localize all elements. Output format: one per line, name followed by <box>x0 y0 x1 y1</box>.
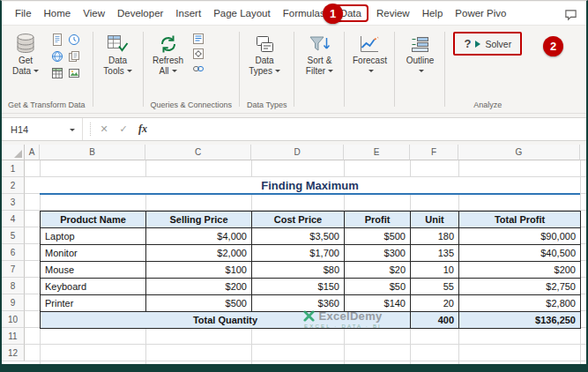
row-header[interactable]: 9 <box>2 294 25 311</box>
formula-bar-handle[interactable] <box>83 123 91 136</box>
refresh-all-button[interactable]: Refresh All <box>146 30 190 78</box>
table-cell[interactable]: $50 <box>345 279 411 295</box>
recent-sources-button[interactable] <box>66 32 82 48</box>
tab-help[interactable]: Help <box>416 4 450 23</box>
table-cell[interactable]: $150 <box>252 279 345 295</box>
table-cell[interactable]: $90,000 <box>459 228 581 245</box>
outline-icon <box>410 32 430 56</box>
name-box[interactable]: H14 <box>2 118 83 140</box>
row-header[interactable]: 3 <box>2 194 25 211</box>
table-cell[interactable]: $3,500 <box>252 228 345 245</box>
data-types-button[interactable]: Data Types <box>242 30 287 78</box>
table-cell[interactable]: 135 <box>411 245 459 262</box>
table-cell[interactable]: $360 <box>252 295 345 312</box>
column-header-b[interactable]: B <box>40 145 145 160</box>
table-header-cell[interactable]: Total Profit <box>459 212 581 228</box>
row-header[interactable]: 2 <box>2 177 25 194</box>
tab-home[interactable]: Home <box>38 4 78 23</box>
enter-icon[interactable]: ✓ <box>114 123 133 135</box>
comment-icon[interactable] <box>562 6 586 21</box>
table-cell[interactable]: 55 <box>411 279 459 295</box>
tab-review[interactable]: Review <box>370 4 416 23</box>
row-header[interactable]: 8 <box>2 278 25 294</box>
table-cell[interactable]: $500 <box>146 295 252 312</box>
table-cell[interactable]: 10 <box>411 262 459 279</box>
from-text-csv-button[interactable] <box>49 32 65 48</box>
row-header[interactable]: 7 <box>2 261 25 278</box>
cancel-icon[interactable]: ✕ <box>94 123 114 135</box>
table-header-cell[interactable]: Unit <box>411 212 459 228</box>
table-cell[interactable]: $200 <box>146 279 252 295</box>
row-header[interactable]: 11 <box>2 328 25 345</box>
outline-button[interactable]: Outline <box>398 30 442 78</box>
table-header-cell[interactable]: Cost Price <box>252 212 345 228</box>
table-cell[interactable]: Printer <box>41 295 146 312</box>
from-table-range-button[interactable] <box>49 65 65 81</box>
tab-page-layout[interactable]: Page Layout <box>207 4 277 23</box>
table-cell[interactable]: $2,800 <box>459 295 581 312</box>
table-cell[interactable]: Keyboard <box>41 279 146 295</box>
table-header-cell[interactable]: Product Name <box>41 212 146 228</box>
tab-power-pivot[interactable]: Power Pivo <box>449 4 512 23</box>
table-cell[interactable]: 20 <box>411 295 459 312</box>
solver-button[interactable]: ? Solver <box>453 32 522 56</box>
table-cell[interactable]: $2,000 <box>146 245 252 262</box>
sort-filter-button[interactable]: Sort & Filter <box>297 30 341 78</box>
edit-links-button[interactable] <box>192 63 205 75</box>
name-box-dropdown-icon[interactable] <box>70 129 75 131</box>
grid-area[interactable]: Finding Maximum Product Name Selling Pri… <box>25 160 586 364</box>
table-cell[interactable]: $140 <box>345 295 411 312</box>
table-cell[interactable]: $300 <box>345 245 411 262</box>
tab-insert[interactable]: Insert <box>169 4 207 23</box>
table-cell[interactable]: $80 <box>252 262 345 279</box>
from-web-button[interactable] <box>49 48 65 64</box>
table-header-cell[interactable]: Profit <box>345 212 411 228</box>
existing-connections-button[interactable] <box>66 48 82 64</box>
column-header-f[interactable]: F <box>410 145 458 160</box>
table-cell[interactable]: 180 <box>411 228 459 245</box>
tab-developer[interactable]: Developer <box>111 4 169 23</box>
get-data-button[interactable]: Get Data <box>4 30 48 78</box>
select-all-corner[interactable] <box>2 145 25 160</box>
table-cell[interactable]: $20 <box>345 262 411 279</box>
row-header[interactable]: 1 <box>2 160 25 177</box>
insert-function-icon[interactable]: fx <box>133 123 153 136</box>
sheet-title[interactable]: Finding Maximum <box>40 177 580 195</box>
table-header-cell[interactable]: Selling Price <box>146 212 252 228</box>
tab-file[interactable]: File <box>9 4 38 23</box>
row-header[interactable]: 12 <box>2 345 25 361</box>
column-header-a[interactable]: A <box>25 145 40 160</box>
table-cell[interactable]: Monitor <box>41 245 146 262</box>
table-cell[interactable]: $200 <box>459 262 581 279</box>
total-quantity-label-cell[interactable]: Total Quantity <box>41 312 411 329</box>
group-divider <box>344 32 345 107</box>
tab-view[interactable]: View <box>77 4 111 23</box>
table-cell[interactable]: Laptop <box>41 228 146 245</box>
table-cell[interactable]: $1,700 <box>252 245 345 262</box>
table-cell[interactable]: Mouse <box>41 262 146 279</box>
row-header[interactable]: 10 <box>2 311 25 328</box>
table-cell[interactable]: $2,750 <box>459 279 581 295</box>
total-profit-cell[interactable]: $136,250 <box>459 312 581 329</box>
column-header-c[interactable]: C <box>145 145 251 160</box>
table-row: Mouse $100 $80 $20 10 $200 <box>41 262 581 279</box>
formula-input[interactable] <box>153 118 586 140</box>
refresh-all-label-2: All <box>159 66 168 77</box>
table-cell[interactable]: $100 <box>146 262 252 279</box>
from-picture-button[interactable] <box>66 65 82 81</box>
column-header-g[interactable]: G <box>458 145 580 160</box>
table-cell[interactable]: $4,000 <box>146 228 252 245</box>
queries-connections-button[interactable] <box>192 33 205 45</box>
total-unit-cell[interactable]: 400 <box>411 312 459 329</box>
column-header-d[interactable]: D <box>251 145 344 160</box>
forecast-button[interactable]: Forecast <box>347 30 391 78</box>
table-cell[interactable]: $40,500 <box>459 245 581 262</box>
row-header[interactable]: 4 <box>2 211 25 227</box>
data-tools-button[interactable]: Data Tools <box>96 30 140 78</box>
row-header[interactable]: 5 <box>2 227 25 244</box>
column-headers: A B C D E F G <box>25 145 586 160</box>
row-header[interactable]: 6 <box>2 244 25 261</box>
table-cell[interactable]: $500 <box>345 228 411 245</box>
column-header-e[interactable]: E <box>344 145 410 160</box>
properties-button[interactable] <box>192 48 205 60</box>
